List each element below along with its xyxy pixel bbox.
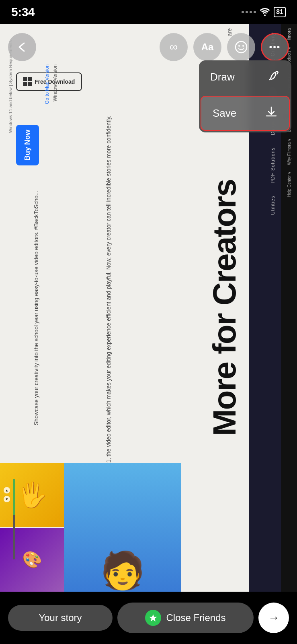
text-icon: Aa [201,41,214,53]
signal-dots [242,11,256,13]
close-friends-button[interactable]: Close Friends [117,603,254,633]
windows-icon [23,77,32,86]
your-story-button[interactable]: Your story [8,605,113,631]
wifi-icon [259,8,270,16]
svg-point-0 [236,41,247,53]
control-up: ▲ [4,487,10,493]
sub-text: Meet Filmora 11, the video editor, which… [104,116,113,500]
svg-marker-3 [150,614,157,621]
battery-level: 81 [276,8,283,16]
more-button[interactable]: ••• [261,33,289,61]
dropdown-menu: Draw Save [199,60,291,132]
draw-icon [267,69,280,85]
more-icon: ••• [269,42,281,52]
windows-version-text: Windows Version [52,64,58,101]
big-headline: More for Creators [209,180,241,436]
arrow-icon: → [268,611,279,624]
save-icon [265,105,278,121]
battery-indicator: 81 [274,7,286,17]
dropdown-draw-item[interactable]: Draw [199,60,291,94]
dropdown-save-item[interactable]: Save [201,96,290,131]
nav-right-buttons: ∞ Aa ••• [160,33,289,61]
sidebar-label-3: PDF Solutions [270,147,276,184]
sticker-button[interactable] [227,33,255,61]
sidebar-label-4: Utilities [270,196,276,215]
dropdown-draw-label: Draw [210,71,235,83]
nav-help: Help Center ∨ [287,171,291,197]
bottom-bar: Your story Close Friends → [0,592,297,644]
your-story-label: Your story [39,612,82,623]
status-icons: 81 [242,7,286,17]
dropdown-save-label: Save [213,107,236,120]
buy-now-button[interactable]: Buy Now [16,125,39,165]
status-bar: 5:34 81 [0,0,297,24]
go-to-mac-text: Go to Mac Version [44,64,50,104]
buy-now-label: Buy Now [23,130,32,161]
text-button[interactable]: Aa [193,33,221,61]
progress-track [13,479,15,559]
infinity-icon: ∞ [170,41,178,54]
green-star-icon [145,610,161,626]
sticker-icon [234,40,248,54]
progress-fill [13,479,15,515]
control-down: ▼ [4,496,10,502]
video-thumbnails: ▲ ▼ 🖐 🎨 [0,463,181,592]
back-icon [16,41,28,53]
close-friends-label: Close Friends [166,612,225,623]
person-thumb: 🧑 [64,463,181,592]
thumb-left-column: ▲ ▼ 🖐 🎨 [0,463,64,592]
nav-why: Why Filmora ∨ [287,138,291,165]
playback-controls: ▲ ▼ [3,487,10,559]
svg-point-2 [242,45,244,47]
showcase-text: Showcase your creativity into the school… [32,191,41,425]
svg-point-1 [238,45,240,47]
right-thumbnail: 🧑 [64,463,181,592]
back-button[interactable] [8,33,36,61]
infinity-button[interactable]: ∞ [160,33,188,61]
status-time: 5:34 [11,5,35,19]
send-arrow-button[interactable]: → [258,603,289,633]
